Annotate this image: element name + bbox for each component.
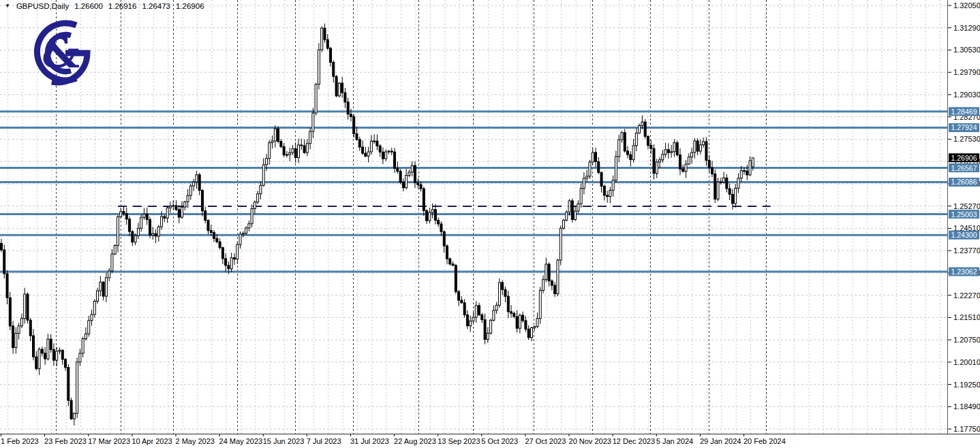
candle-body	[102, 282, 104, 296]
candle-body	[79, 353, 81, 362]
candle-body	[463, 303, 465, 315]
candle-body	[632, 146, 634, 160]
y-axis-tick-label: 1.29790	[953, 68, 980, 76]
candle-body	[598, 161, 600, 172]
candle-body	[149, 219, 151, 235]
candle-body	[417, 182, 419, 185]
candle-body	[691, 153, 693, 157]
candle-body	[388, 151, 390, 152]
candle-body	[175, 206, 177, 210]
candle-body	[315, 84, 317, 113]
candle-body	[671, 152, 673, 153]
candle-body	[726, 178, 728, 189]
candle-body	[495, 305, 497, 310]
candle-body	[230, 258, 232, 269]
candle-body	[475, 306, 477, 317]
candle-body	[236, 244, 239, 259]
symbol-dropdown-icon[interactable]: ▼	[5, 3, 10, 9]
candle-body	[708, 160, 710, 167]
symbol-period-label: GBPUSD,Daily	[16, 2, 69, 10]
x-axis-tick-label: 10 Apr 2023	[132, 437, 172, 445]
candle-body	[385, 152, 387, 159]
candle-body	[705, 142, 707, 161]
candle-body	[196, 175, 198, 182]
candle-body	[24, 294, 26, 319]
level-price-label: 1.28469	[951, 108, 977, 116]
x-axis-tick-label: 1 Feb 2023	[1, 437, 39, 445]
candle-body	[338, 83, 340, 96]
candle-body	[478, 306, 480, 315]
candle-body	[656, 162, 658, 174]
x-axis-tick-label: 22 Aug 2023	[394, 437, 436, 445]
candle-body	[562, 220, 564, 228]
candle-body	[187, 195, 189, 202]
candle-body	[277, 129, 279, 141]
candle-body	[292, 148, 294, 153]
candle-body	[257, 194, 259, 202]
candle-body	[429, 212, 431, 221]
y-axis-tick-label: 1.22270	[953, 291, 980, 300]
y-axis-tick-label: 1.18490	[953, 402, 980, 411]
candle-body	[548, 264, 550, 281]
candle-body	[274, 129, 276, 141]
candle-body	[134, 236, 136, 242]
candle-body	[446, 246, 448, 259]
candle-body	[82, 339, 84, 353]
candle-body	[667, 150, 669, 153]
candle-body	[129, 219, 131, 231]
candle-body	[326, 39, 328, 48]
candle-body	[29, 320, 31, 336]
candle-body	[746, 171, 748, 175]
candle-body	[703, 142, 705, 145]
candle-body	[245, 228, 247, 234]
candle-body	[181, 207, 183, 217]
candle-body	[59, 350, 61, 351]
quote-high: 1.26916	[108, 2, 137, 10]
candle-body	[73, 413, 75, 419]
candle-body	[735, 188, 737, 204]
y-axis-tick-label: 1.21510	[953, 313, 980, 321]
candle-body	[228, 266, 230, 269]
candle-body	[405, 176, 408, 188]
candle-body	[303, 146, 305, 153]
candle-body	[592, 153, 594, 162]
candle-body	[399, 172, 401, 182]
candle-body	[414, 165, 416, 182]
price-chart[interactable]: 1.320501.312901.305301.297901.290301.282…	[0, 0, 980, 448]
candle-body	[609, 190, 611, 196]
candle-body	[440, 224, 442, 231]
candle-body	[6, 274, 8, 298]
candle-body	[225, 259, 227, 266]
candle-body	[568, 201, 570, 212]
x-axis-tick-label: 2 May 2023	[175, 437, 214, 445]
candle-body	[379, 146, 381, 152]
candle-body	[353, 116, 355, 133]
quote-low: 1.26473	[142, 2, 170, 10]
candle-body	[729, 189, 731, 194]
candle-body	[193, 182, 195, 186]
candle-body	[554, 285, 556, 293]
candle-body	[155, 234, 157, 236]
candle-body	[426, 210, 428, 221]
quote-close: 1.26906	[176, 2, 204, 10]
candle-body	[312, 113, 314, 131]
candle-body	[344, 93, 346, 102]
candle-body	[653, 148, 655, 174]
x-axis-tick-label: 5 Jan 2024	[656, 437, 693, 445]
candle-body	[114, 246, 116, 255]
candle-body	[108, 271, 110, 278]
x-axis-tick-label: 29 Jan 2024	[700, 437, 741, 445]
candle-body	[324, 28, 326, 39]
candle-body	[696, 141, 699, 151]
candle-body	[402, 182, 404, 188]
candle-body	[350, 114, 352, 117]
candle-body	[85, 334, 87, 338]
candle-body	[522, 315, 524, 321]
candle-body	[594, 153, 596, 162]
candle-body	[502, 283, 504, 289]
candle-body	[248, 224, 250, 228]
level-price-label: 1.25003	[951, 210, 977, 219]
candle-body	[461, 300, 463, 303]
candle-body	[650, 146, 652, 149]
y-axis-tick-label: 1.32050	[953, 1, 980, 10]
